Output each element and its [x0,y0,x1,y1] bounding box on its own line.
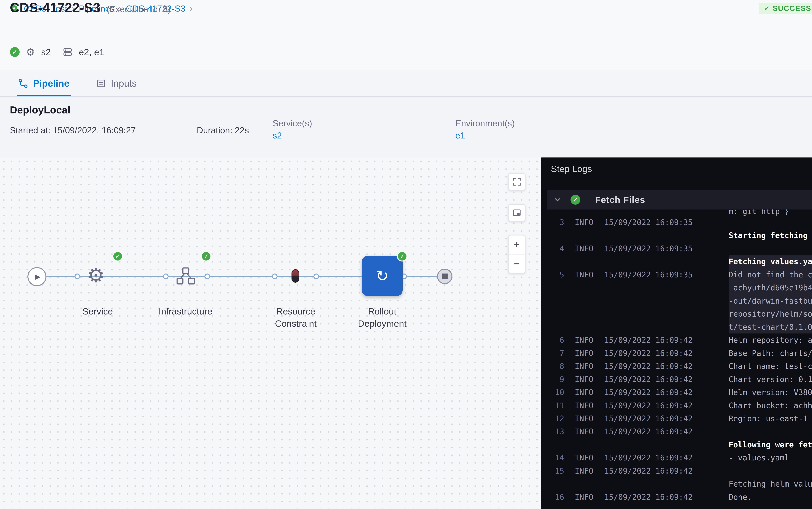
log-row: 9INFO15/09/2022 16:09:42Chart version: 0… [541,373,812,386]
log-panel-header: Step Logs Console View [541,158,812,180]
log-row: m: git-http } [541,209,812,216]
inputs-icon [96,78,106,89]
status-text: SUCCESS [773,4,811,13]
infrastructure-icon [175,265,197,287]
infrastructure-success-badge: ✓ [201,251,212,262]
status-check-icon: ✓ [10,47,20,57]
service-step-node[interactable]: ⚙ [87,264,105,286]
service-gear-icon: ⚙ [26,47,35,57]
log-row: _achyuth/d605e19b46448ceaacb01fb4c19633a… [541,281,812,294]
log-row: Fetching values.yaml from helm chart rep… [541,255,812,268]
zoom-controls: + − [508,235,525,273]
link-dot [163,273,169,279]
link-dot [313,273,319,279]
pipeline-icon [18,78,28,89]
infrastructure-step-label: Infrastructure [150,305,221,317]
log-section-fetch-files[interactable]: ✓ Fetch Files ↑ ↓ 9s [547,190,812,209]
environments-label: Environment(s) [455,118,515,128]
resource-constraint-node[interactable] [292,269,299,283]
tab-inputs-label: Inputs [111,78,137,89]
log-row: 8INFO15/09/2022 16:09:42Chart name: test… [541,360,812,373]
resource-constraint-label: Resource Constraint [261,305,331,330]
tab-inputs[interactable]: Inputs [96,70,137,96]
stop-icon [442,273,448,279]
canvas-fullscreen-button[interactable] [508,173,525,191]
rollout-deployment-label: Rollout Deployment [347,305,417,330]
services-label: Service(s) [273,118,312,128]
rollout-success-badge: ✓ [397,251,407,262]
log-panel-title: Step Logs [551,164,592,174]
check-icon: ✓ [764,5,770,12]
link-dot [272,273,278,279]
rollout-icon: ↻ [376,268,389,284]
rollout-deployment-node[interactable]: ↻ [362,256,403,296]
log-row: Starting fetching Helm values [541,229,812,242]
log-row: 6INFO15/09/2022 16:09:42Helm repository:… [541,334,812,346]
chevron-right-icon: › [190,4,193,13]
end-node[interactable] [437,269,452,284]
service-tag: s2 [41,47,51,57]
tab-pipeline[interactable]: Pipeline [18,70,69,96]
log-row: repository/helm/source/93602db7-89f2-317… [541,307,812,320]
link-dot [205,273,210,279]
tab-pipeline-label: Pipeline [33,78,69,89]
services-block: Service(s) s2 [273,118,312,140]
log-row: 4INFO15/09/2022 16:09:35 [541,242,812,255]
log-row: Following were fetched successfully : [541,438,812,451]
log-row: -out/darwin-fastbuild/bin/260-delegate/e… [541,294,812,307]
execution-page: CFDs_Test › Pipelines › CDS-41722-S3 › ✓… [0,0,812,509]
log-section-title: Fetch Files [595,194,645,205]
status-badge: ✓ SUCCESS [759,3,812,14]
environments-block: Environment(s) e1 [455,118,515,140]
environments-tag: e2, e1 [79,47,104,57]
topbar-right: ✓ SUCCESS Start time 15/09/2022 16:09:26… [759,1,812,16]
canvas-minimap-button[interactable] [508,204,525,222]
fullscreen-icon [512,177,521,186]
log-row: 14INFO15/09/2022 16:09:42- values.yaml [541,451,812,464]
chevron-down-icon [554,196,561,204]
log-row: Fetching helm values completed successfu… [541,477,812,490]
log-rows: m: git-http }3INFO15/09/2022 16:09:35Sta… [541,209,812,509]
log-row: 13INFO15/09/2022 16:09:42 [541,425,812,438]
zoom-in-button[interactable]: + [509,236,525,254]
environments-value-link[interactable]: e1 [455,130,515,140]
play-icon: ▶ [35,273,40,280]
log-row: 11INFO15/09/2022 16:09:42Chart bucket: a… [541,399,812,412]
start-node[interactable]: ▶ [28,267,46,286]
log-row: 15INFO15/09/2022 16:09:42 [541,464,812,477]
service-success-badge: ✓ [112,251,123,262]
stage-duration: Duration: 22s [197,125,249,135]
log-row: 12INFO15/09/2022 16:09:42Region: us-east… [541,412,812,425]
infrastructure-step-node[interactable] [175,265,197,287]
services-value-link[interactable]: s2 [273,130,312,140]
log-row: 3INFO15/09/2022 16:09:35 [541,216,812,229]
meta-row: ✓ ⚙ s2 e2, e1 Admin [10,45,812,59]
service-step-label: Service [63,305,133,317]
zoom-out-button[interactable]: − [509,254,525,273]
log-row: 7INFO15/09/2022 16:09:42Base Path: chart… [541,347,812,360]
tabbar: Pipeline Inputs Console View [0,70,812,97]
title-row: CDS-41722-S3 (Execution Id: 8) [10,0,171,15]
link-dot [75,273,80,279]
page-title: CDS-41722-S3 [10,0,100,15]
log-row: 10INFO15/09/2022 16:09:42Helm version: V… [541,386,812,399]
log-row: t/test-chart/0.1.0 [541,320,812,334]
environments-icon [63,47,73,57]
step-success-icon: ✓ [570,195,581,205]
log-row: 5INFO15/09/2022 16:09:35Did not find the… [541,268,812,281]
execution-id: (Execution Id: 8) [107,4,171,14]
minimap-icon [512,208,521,217]
log-row: 16INFO15/09/2022 16:09:42Done. [541,490,812,504]
step-logs-panel: Step Logs Console View ✓ Fetch Files [541,158,812,509]
stage-summary-bar: DeployLocal Started at: 15/09/2022, 16:0… [0,97,812,158]
stage-started-at: Started at: 15/09/2022, 16:09:27 [10,125,136,135]
stage-name: DeployLocal [10,104,71,116]
